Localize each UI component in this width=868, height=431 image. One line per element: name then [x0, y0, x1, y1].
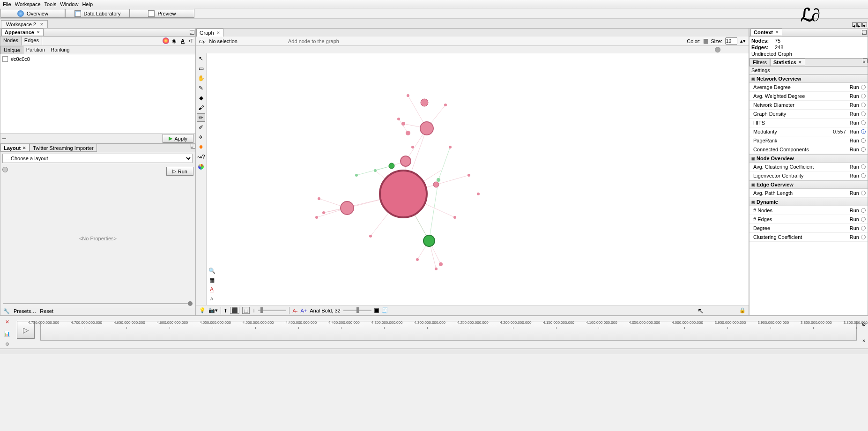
run-link[interactable]: Run	[848, 234, 861, 240]
stat-group-header[interactable]: ▣ Edge Overview	[749, 180, 868, 189]
status-dot-icon[interactable]	[861, 191, 866, 195]
run-link[interactable]: Run	[848, 138, 861, 143]
workspace-tab[interactable]: Workspace 2 ✕	[1, 20, 48, 28]
unique-tab[interactable]: Unique	[0, 46, 23, 54]
run-link[interactable]: Run	[848, 164, 861, 170]
brush-tool-icon[interactable]: 🖌	[197, 104, 205, 112]
menu-file[interactable]: File	[3, 1, 11, 7]
screenshot-icon[interactable]: 📷▾	[208, 307, 218, 313]
run-link[interactable]: Run	[848, 102, 861, 108]
edge-weight-slider[interactable]	[258, 310, 286, 311]
status-dot-icon[interactable]	[861, 85, 866, 89]
status-dot-icon[interactable]	[861, 217, 866, 222]
show-edge-labels-icon[interactable]: ⬚	[242, 307, 250, 314]
run-link[interactable]: Run	[848, 216, 861, 222]
run-button[interactable]: ▷ Run	[166, 167, 193, 176]
datalab-tab[interactable]: Data Laboratory	[65, 9, 130, 18]
menu-window[interactable]: Window	[60, 1, 78, 7]
overview-tab[interactable]: Overview	[0, 9, 65, 18]
settings-link[interactable]: Settings	[749, 67, 868, 74]
status-dot-icon[interactable]	[861, 94, 866, 98]
nodes-subtab[interactable]: Nodes	[0, 37, 22, 45]
collapse-icon[interactable]: ▣	[751, 156, 755, 161]
collapse-icon[interactable]: ▣	[751, 77, 755, 81]
zoom-icon[interactable]: 🔍	[208, 267, 216, 275]
node-pencil-tool-icon[interactable]: ✐	[197, 123, 205, 132]
statistics-tab[interactable]: Statistics ✕	[770, 59, 805, 66]
status-dot-icon[interactable]	[861, 173, 866, 178]
color-picker[interactable]	[704, 39, 708, 44]
lightbulb-icon[interactable]: 💡	[199, 307, 206, 313]
minimize-icon[interactable]: ▫	[863, 59, 868, 63]
stat-group-header[interactable]: ▣ Network Overview	[749, 74, 868, 83]
run-link[interactable]: Run	[848, 173, 861, 178]
multicolor-tool-icon[interactable]	[197, 163, 205, 171]
close-icon[interactable]: ✕	[40, 22, 44, 27]
label-size-icon[interactable]: тT	[187, 37, 195, 45]
menu-workspace[interactable]: Workspace	[15, 1, 41, 7]
font-minus-icon[interactable]: A-	[292, 308, 297, 313]
status-dot-icon[interactable]	[861, 235, 866, 239]
layout-tab[interactable]: Layout ✕	[0, 144, 30, 152]
text-tool-icon[interactable]: T	[224, 308, 227, 313]
pointer-tool-icon[interactable]: ↖	[197, 54, 205, 63]
timeline-chart-icon[interactable]: 📊	[4, 331, 10, 337]
menu-tools[interactable]: Tools	[45, 1, 57, 7]
run-link[interactable]: Run	[848, 111, 861, 117]
heatmap-tool-icon[interactable]: ✹	[197, 143, 205, 151]
run-link[interactable]: Run	[848, 120, 861, 126]
attributes-icon[interactable]: 🧾	[382, 307, 388, 313]
presets-link[interactable]: Presets…	[14, 308, 36, 315]
twitter-importer-tab[interactable]: Twitter Streaming Importer	[30, 144, 97, 152]
filters-tab[interactable]: Filters	[749, 59, 770, 66]
label-size-slider[interactable]	[343, 310, 371, 311]
stat-group-header[interactable]: ▣ Node Overview	[749, 154, 868, 163]
drag-tool-icon[interactable]: ✋	[197, 74, 205, 82]
rect-select-tool-icon[interactable]: ▭	[197, 64, 205, 73]
minimize-icon[interactable]: ▫	[862, 30, 867, 35]
graph-tab[interactable]: Graph ✕	[196, 29, 223, 37]
status-dot-icon[interactable]	[861, 120, 866, 125]
appearance-tab[interactable]: Appearance ✕	[1, 29, 44, 36]
status-dot-icon[interactable]	[861, 208, 866, 213]
color-entry[interactable]: #c0c0c0	[2, 56, 193, 62]
font-plus-icon[interactable]: A+	[300, 308, 307, 313]
run-link[interactable]: Run	[848, 190, 861, 196]
slider-knob[interactable]	[188, 301, 193, 306]
close-icon[interactable]: ✕	[798, 60, 802, 65]
color-swatch-icon[interactable]	[2, 56, 8, 62]
edge-pencil-tool-icon[interactable]: ✏	[197, 113, 205, 122]
run-link[interactable]: Run	[848, 129, 861, 134]
run-link[interactable]: Run	[848, 225, 861, 231]
status-dot-icon[interactable]	[861, 147, 866, 152]
context-tab[interactable]: Context ✕	[750, 29, 782, 36]
run-link[interactable]: Run	[848, 84, 861, 90]
timeline-collapse-icon[interactable]: ×	[862, 338, 865, 343]
size-mode-icon[interactable]: ◉	[170, 37, 178, 45]
collapse-icon[interactable]: ▣	[751, 183, 755, 187]
size-tool-icon[interactable]: ◆	[197, 94, 205, 102]
label-tool-t-icon[interactable]: T	[252, 308, 256, 313]
close-icon[interactable]: ✕	[216, 30, 220, 35]
status-dot-icon[interactable]	[861, 226, 866, 230]
status-dot-icon[interactable]	[861, 138, 866, 143]
run-link[interactable]: Run	[848, 93, 861, 99]
status-dot-icon[interactable]	[861, 111, 866, 116]
collapse-icon[interactable]: ▣	[751, 200, 755, 204]
color-mode-icon[interactable]	[163, 37, 169, 44]
minimize-icon[interactable]: ▫	[190, 30, 194, 35]
run-link[interactable]: Run	[848, 147, 861, 152]
reset-label-icon[interactable]: A	[208, 295, 216, 303]
stat-group-header[interactable]: ▣ Dynamic	[749, 198, 868, 206]
reset-link[interactable]: Reset	[40, 308, 53, 315]
reset-colors-icon[interactable]: A	[208, 285, 216, 294]
info-icon[interactable]: i	[861, 129, 866, 134]
status-dot-icon[interactable]	[861, 103, 866, 107]
run-link[interactable]: Run	[848, 208, 861, 213]
menu-help[interactable]: Help	[82, 1, 93, 7]
ranking-tab[interactable]: Ranking	[48, 46, 72, 54]
lock-icon[interactable]: 🔒	[739, 307, 746, 313]
edges-subtab[interactable]: Edges	[22, 37, 42, 45]
close-icon[interactable]: ✕	[775, 30, 779, 35]
layout-slider[interactable]	[0, 299, 195, 308]
